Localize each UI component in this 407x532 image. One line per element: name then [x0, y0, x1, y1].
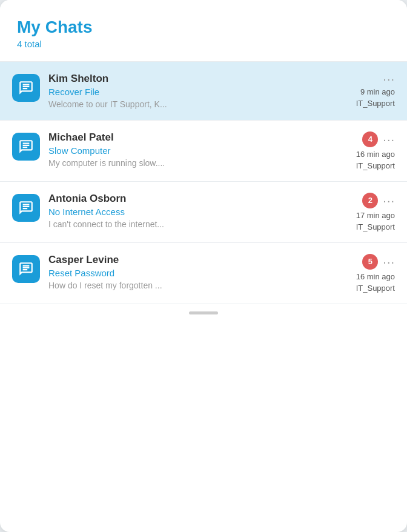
- chat-time: 9 min ago: [360, 87, 395, 96]
- chat-time: 16 min ago: [356, 272, 395, 281]
- chat-name: Antonia Osborn: [48, 193, 349, 205]
- page-title: My Chats: [17, 17, 390, 38]
- chat-queue: IT_Support: [356, 161, 395, 170]
- chat-content: Kim Shelton Recover File Welcome to our …: [48, 73, 349, 109]
- chat-preview: I can't connect to the internet...: [48, 219, 279, 229]
- list-item[interactable]: Antonia Osborn No Internet Access I can'…: [0, 182, 407, 243]
- scroll-indicator: [0, 304, 407, 322]
- chat-time: 17 min ago: [356, 211, 395, 220]
- chat-preview: How do I reset my forgotten ...: [48, 281, 279, 290]
- chat-queue: IT_Support: [356, 222, 395, 231]
- chat-icon: [12, 194, 40, 222]
- meta-top: 5 ···: [362, 254, 395, 270]
- more-options-icon[interactable]: ···: [383, 73, 395, 85]
- chat-queue: IT_Support: [356, 284, 395, 293]
- chat-icon: [12, 255, 40, 283]
- list-item[interactable]: Michael Patel Slow Computer My computer …: [0, 121, 407, 182]
- chat-content: Michael Patel Slow Computer My computer …: [48, 131, 349, 168]
- chat-list: Kim Shelton Recover File Welcome to our …: [0, 62, 407, 304]
- chat-icon: [12, 133, 40, 161]
- more-options-icon[interactable]: ···: [383, 133, 395, 145]
- more-options-icon[interactable]: ···: [383, 256, 395, 268]
- scroll-bar: [189, 311, 218, 314]
- meta-top: 4 ···: [362, 131, 395, 147]
- list-item[interactable]: Casper Levine Reset Password How do I re…: [0, 243, 407, 304]
- chat-icon: [12, 74, 40, 102]
- unread-badge: 2: [362, 193, 378, 208]
- chat-content: Casper Levine Reset Password How do I re…: [48, 254, 349, 290]
- chat-time: 16 min ago: [356, 150, 395, 159]
- chat-topic: No Internet Access: [48, 207, 349, 217]
- chat-queue: IT_Support: [356, 99, 395, 108]
- chat-topic: Recover File: [48, 87, 349, 97]
- list-item[interactable]: Kim Shelton Recover File Welcome to our …: [0, 62, 407, 121]
- chat-meta: 5 ··· 16 min ago IT_Support: [356, 254, 395, 293]
- chat-content: Antonia Osborn No Internet Access I can'…: [48, 193, 349, 229]
- chat-name: Casper Levine: [48, 254, 349, 266]
- chat-count: 4 total: [17, 39, 390, 49]
- more-options-icon[interactable]: ···: [383, 195, 395, 207]
- chat-meta: 2 ··· 17 min ago IT_Support: [356, 193, 395, 231]
- meta-top: ···: [383, 73, 395, 85]
- unread-badge: 5: [362, 254, 378, 270]
- chat-topic: Slow Computer: [48, 145, 349, 156]
- meta-top: 2 ···: [362, 193, 395, 208]
- chat-name: Michael Patel: [48, 131, 349, 144]
- header: My Chats 4 total: [0, 0, 407, 62]
- chat-preview: My computer is running slow....: [48, 158, 279, 168]
- chat-name: Kim Shelton: [48, 73, 349, 85]
- chat-topic: Reset Password: [48, 268, 349, 278]
- unread-badge: 4: [362, 131, 378, 147]
- chat-meta: 4 ··· 16 min ago IT_Support: [356, 131, 395, 170]
- chat-meta: ··· 9 min ago IT_Support: [356, 73, 395, 108]
- chat-preview: Welcome to our IT Support, K...: [48, 99, 279, 109]
- chat-card: My Chats 4 total Kim Shelton Recover Fil…: [0, 0, 407, 532]
